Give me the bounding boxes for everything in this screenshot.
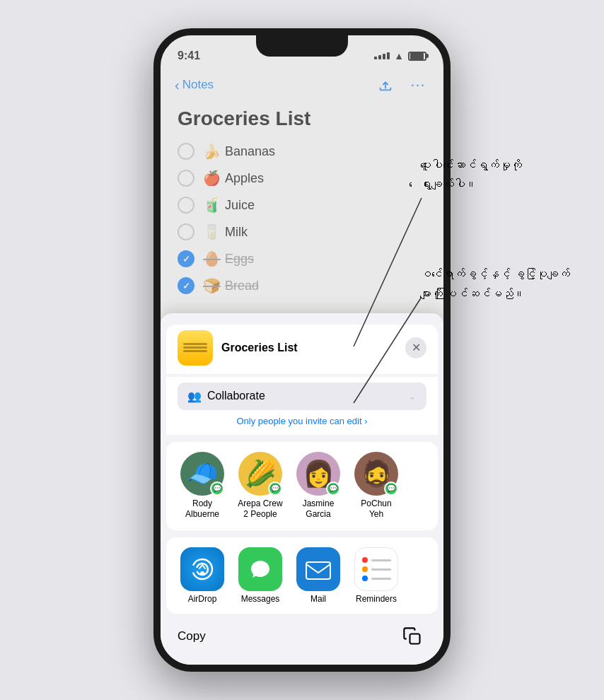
mail-icon: [296, 547, 340, 591]
nav-bar: ‹ Notes ···: [161, 71, 443, 102]
note-content: Groceries List 🍌 Bananas 🍎 Apples 🧃: [161, 102, 443, 315]
signal-icon: [374, 52, 390, 59]
reminders-label: Reminders: [356, 594, 397, 604]
nav-actions: ···: [374, 74, 429, 96]
share-note-title: Groceries List: [221, 342, 405, 354]
person-name-arepa: Arepa Crew2 People: [238, 498, 282, 520]
item-label-apples: Apples: [225, 171, 264, 186]
mail-label: Mail: [310, 594, 326, 604]
item-label-bread: Bread: [225, 279, 259, 293]
share-header: Groceries List ✕: [166, 325, 438, 374]
permissions-text: Only people you invite can edit ›: [183, 410, 421, 435]
share-sheet: Groceries List ✕ 👥 Collaborate ⌄ Only pe…: [161, 313, 443, 665]
collaborate-row: 👥 Collaborate ⌄ Only people you invite c…: [166, 377, 438, 435]
airdrop-label: AirDrop: [188, 594, 217, 604]
back-arrow-icon: ‹: [175, 77, 180, 93]
close-button[interactable]: ✕: [405, 337, 426, 358]
person-pochun[interactable]: 🧔 💬 PoChunYeh: [352, 452, 401, 520]
checkbox-eggs[interactable]: [178, 250, 194, 267]
checkbox-bananas[interactable]: [178, 143, 194, 160]
battery-icon: [408, 52, 426, 61]
svg-point-2: [200, 571, 204, 576]
checklist-item-eggs: 🥚 Eggs: [178, 250, 426, 267]
app-airdrop[interactable]: AirDrop: [178, 547, 227, 604]
bottom-row: Copy: [161, 614, 443, 665]
annotation-second: ဝင်ရောက်ခွင့်နှင့် ခွင့်ပြုချက်များကို ပ…: [420, 264, 590, 303]
annotations: ပူးပေါင်းဆောင်ရွက်မှုကိုရွေးချယ်ပါ။ ဝင်ရ…: [420, 156, 590, 303]
person-name-rody: RodyAlbuerne: [185, 498, 219, 520]
checklist-item-juice: 🧃 Juice: [178, 197, 426, 214]
app-mail[interactable]: Mail: [294, 547, 343, 604]
message-badge-rody: 💬: [210, 482, 224, 496]
item-label-juice: Juice: [225, 198, 255, 213]
status-time: 9:41: [178, 49, 200, 62]
checklist-item-bananas: 🍌 Bananas: [178, 143, 426, 160]
collaborate-label: Collaborate: [207, 390, 265, 402]
people-row: 🧢 💬 RodyAlbuerne 🌽 💬 Arepa Crew2 People …: [166, 442, 438, 530]
person-rody[interactable]: 🧢 💬 RodyAlbuerne: [178, 452, 227, 520]
status-icons: ▲: [374, 50, 426, 62]
checklist-item-bread: 🍞 Bread: [178, 277, 426, 294]
checkbox-bread[interactable]: [178, 277, 194, 294]
wifi-icon: ▲: [394, 50, 404, 62]
annotation-first: ပူးပေါင်းဆောင်ရွက်မှုကိုရွေးချယ်ပါ။: [420, 156, 590, 194]
more-button[interactable]: ···: [407, 74, 429, 96]
phone-frame: 9:41 ▲ ‹ Notes: [153, 28, 451, 672]
person-name-pochun: PoChunYeh: [361, 498, 391, 520]
reminders-icon: [354, 547, 398, 591]
app-reminders[interactable]: Reminders: [352, 547, 401, 604]
chevron-down-icon: ⌄: [408, 390, 417, 402]
share-button[interactable]: [374, 74, 397, 96]
item-label-bananas: Bananas: [225, 144, 275, 159]
person-jasmine[interactable]: 👩 💬 JasmineGarcia: [294, 452, 343, 520]
item-label-eggs: Eggs: [225, 252, 254, 267]
svg-rect-3: [306, 562, 330, 579]
messages-label: Messages: [241, 594, 280, 604]
notch: [256, 35, 348, 57]
note-title: Groceries List: [178, 107, 426, 130]
messages-icon: [238, 547, 282, 591]
copy-icon-button[interactable]: [398, 622, 426, 651]
apps-row: AirDrop Messages: [166, 537, 438, 614]
copy-button[interactable]: Copy: [178, 629, 206, 643]
message-badge-pochun: 💬: [384, 482, 398, 496]
person-arepa[interactable]: 🌽 💬 Arepa Crew2 People: [236, 452, 285, 520]
item-label-milk: Milk: [225, 225, 248, 240]
checkbox-milk[interactable]: [178, 223, 194, 240]
message-badge-arepa: 💬: [268, 482, 282, 496]
person-name-jasmine: JasmineGarcia: [303, 498, 335, 520]
airdrop-icon: [180, 547, 224, 591]
checklist-item-milk: 🥛 Milk: [178, 223, 426, 240]
svg-rect-4: [410, 634, 420, 644]
app-messages[interactable]: Messages: [236, 547, 285, 604]
checkbox-apples[interactable]: [178, 170, 194, 187]
message-badge-jasmine: 💬: [326, 482, 340, 496]
back-label: Notes: [182, 78, 214, 92]
checklist-item-apples: 🍎 Apples: [178, 170, 426, 187]
collaborate-button[interactable]: 👥 Collaborate ⌄: [178, 383, 426, 410]
back-button[interactable]: ‹ Notes: [175, 77, 214, 93]
collaborate-icon: 👥: [187, 390, 202, 403]
share-note-icon: [178, 330, 213, 366]
svg-point-0: [192, 559, 212, 579]
checkbox-juice[interactable]: [178, 197, 194, 214]
